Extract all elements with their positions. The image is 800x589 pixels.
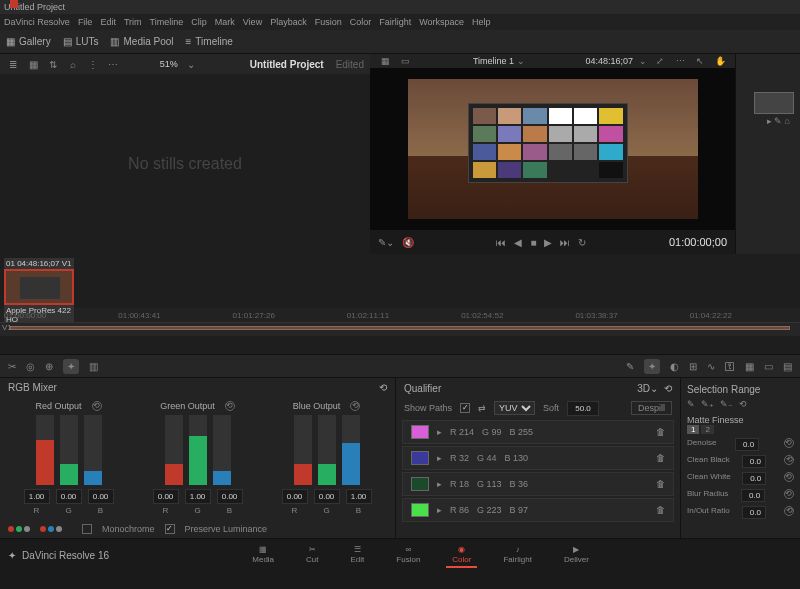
menu-playback[interactable]: Playback: [270, 17, 307, 27]
bars-icon[interactable]: ▥: [89, 361, 98, 372]
play-icon[interactable]: ▶: [544, 237, 552, 248]
tab-deliver[interactable]: ▶Deliver: [558, 543, 595, 568]
filter-icon[interactable]: ⋮: [86, 57, 100, 71]
reset-icon[interactable]: ⟲: [664, 383, 672, 394]
menu-view[interactable]: View: [243, 17, 262, 27]
qualifier-row[interactable]: ▸ R 86G 223B 97 🗑: [402, 498, 674, 522]
picker-icon[interactable]: ✎: [687, 399, 695, 409]
mask-icon[interactable]: ◐: [670, 361, 679, 372]
prev-icon[interactable]: ◀: [514, 237, 522, 248]
expand-icon[interactable]: ▸: [437, 453, 442, 463]
tab-color[interactable]: ◉Color: [446, 543, 477, 568]
reset-icon[interactable]: ⟲: [739, 399, 747, 409]
mixer-value[interactable]: 1.00: [185, 489, 211, 504]
qual-mode[interactable]: 3D: [637, 383, 650, 394]
bar-g[interactable]: [189, 415, 207, 485]
size-icon[interactable]: ▦: [745, 361, 754, 372]
more-icon[interactable]: ⋯: [106, 57, 120, 71]
mixer-value[interactable]: 0.00: [314, 489, 340, 504]
expand-icon[interactable]: ▸: [437, 479, 442, 489]
data-icon[interactable]: ▤: [783, 361, 792, 372]
loop-icon[interactable]: ↻: [578, 237, 586, 248]
viewer-split-icon[interactable]: ▭: [398, 54, 412, 68]
viewer-tc[interactable]: 04:48:16;07: [585, 56, 633, 66]
reset-icon[interactable]: ⟲: [784, 438, 794, 448]
timeline-ruler[interactable]: 01:00:00:0001:00:43:4101:01:27:2601:02:1…: [0, 308, 800, 322]
menu-davinci-resolve[interactable]: DaVinci Resolve: [4, 17, 70, 27]
mute-icon[interactable]: 🔇: [402, 237, 414, 248]
list-icon[interactable]: ≣: [6, 57, 20, 71]
viewer-opts-icon[interactable]: ⋯: [673, 54, 687, 68]
pointer-icon[interactable]: ↖: [693, 54, 707, 68]
bar-r[interactable]: [294, 415, 312, 485]
mixer-value[interactable]: 1.00: [346, 489, 372, 504]
viewer-expand-icon[interactable]: ⤢: [653, 54, 667, 68]
reset-icon[interactable]: ⟲: [350, 401, 360, 411]
qualifier-row[interactable]: ▸ R 32G 44B 130 🗑: [402, 446, 674, 470]
matte-tabs[interactable]: 12: [687, 425, 794, 434]
curves-icon[interactable]: ✂: [8, 361, 16, 372]
qualifier-row[interactable]: ▸ R 18G 113B 36 🗑: [402, 472, 674, 496]
trash-icon[interactable]: 🗑: [656, 453, 665, 463]
menu-fusion[interactable]: Fusion: [315, 17, 342, 27]
luts-button[interactable]: ▤ LUTs: [63, 36, 99, 47]
preview-viewport[interactable]: [370, 68, 735, 230]
reset-icon[interactable]: ⟲: [784, 489, 794, 499]
mixer-value[interactable]: 0.00: [88, 489, 114, 504]
preset-dots-2[interactable]: [40, 526, 62, 532]
first-frame-icon[interactable]: ⏮: [496, 237, 506, 248]
menu-file[interactable]: File: [78, 17, 93, 27]
showpaths-checkbox[interactable]: [460, 403, 470, 413]
menu-trim[interactable]: Trim: [124, 17, 142, 27]
tab-cut[interactable]: ✂Cut: [300, 543, 324, 568]
blur-icon[interactable]: ∿: [707, 361, 715, 372]
mixer-value[interactable]: 0.00: [56, 489, 82, 504]
reset-icon[interactable]: ⟲: [92, 401, 102, 411]
menu-fairlight[interactable]: Fairlight: [379, 17, 411, 27]
track-icon[interactable]: ⊞: [689, 361, 697, 372]
menu-mark[interactable]: Mark: [215, 17, 235, 27]
chevron-down-icon[interactable]: ⌄: [517, 56, 525, 66]
eyedrop-icon[interactable]: ✎: [626, 361, 634, 372]
sort-icon[interactable]: ⇅: [46, 57, 60, 71]
soft-value[interactable]: 50.0: [567, 401, 599, 416]
colorspace-select[interactable]: YUV: [494, 401, 535, 415]
sr-value[interactable]: 0.0: [741, 489, 765, 502]
timeline-select[interactable]: Timeline 1: [473, 56, 514, 66]
tab-media[interactable]: ▦Media: [246, 543, 280, 568]
menu-edit[interactable]: Edit: [100, 17, 116, 27]
reset-icon[interactable]: ⟲: [784, 472, 794, 482]
playhead-icon[interactable]: [10, 0, 18, 8]
reset-icon[interactable]: ⟲: [225, 401, 235, 411]
expand-icon[interactable]: ▸: [437, 505, 442, 515]
target-icon[interactable]: ⊕: [45, 361, 53, 372]
qualifier-row[interactable]: ▸ R 214G 99B 255 🗑: [402, 420, 674, 444]
brand[interactable]: ✦ DaVinci Resolve 16: [8, 550, 109, 561]
sr-value[interactable]: 0.0: [735, 438, 759, 451]
sr-value[interactable]: 0.0: [742, 506, 766, 519]
wand-icon[interactable]: ✦: [644, 359, 660, 374]
reset-icon[interactable]: ⟲: [784, 506, 794, 516]
bar-g[interactable]: [318, 415, 336, 485]
bar-b[interactable]: [84, 415, 102, 485]
mixer-value[interactable]: 0.00: [153, 489, 179, 504]
mixer-value[interactable]: 1.00: [24, 489, 50, 504]
trash-icon[interactable]: 🗑: [656, 427, 665, 437]
trash-icon[interactable]: 🗑: [656, 479, 665, 489]
color-picker-icon[interactable]: ✎⌄: [378, 237, 394, 248]
track-clip[interactable]: [10, 326, 790, 330]
grid-icon[interactable]: ▦: [26, 57, 40, 71]
bar-r[interactable]: [165, 415, 183, 485]
tab-fairlight[interactable]: ♪Fairlight: [497, 543, 537, 568]
stop-icon[interactable]: ■: [530, 237, 536, 248]
chevron-down-icon[interactable]: ⌄: [650, 383, 658, 394]
search-icon[interactable]: ⌕: [66, 57, 80, 71]
menu-timeline[interactable]: Timeline: [150, 17, 184, 27]
bar-b[interactable]: [342, 415, 360, 485]
menu-clip[interactable]: Clip: [191, 17, 207, 27]
chevron-down-icon[interactable]: ⌄: [184, 57, 198, 71]
last-frame-icon[interactable]: ⏭: [560, 237, 570, 248]
wheels-icon[interactable]: ◎: [26, 361, 35, 372]
trash-icon[interactable]: 🗑: [656, 505, 665, 515]
zoom-label[interactable]: 51%: [160, 59, 178, 69]
